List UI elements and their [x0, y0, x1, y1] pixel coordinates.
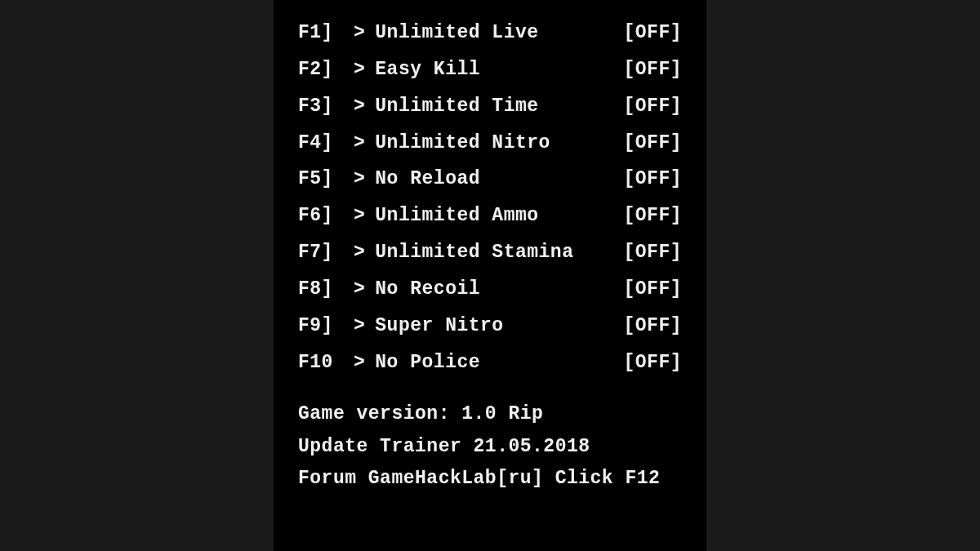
cheat-arrow: >	[354, 198, 365, 234]
cheat-state: [OFF]	[623, 198, 682, 234]
trainer-update-date: Update Trainer 21.05.2018	[298, 431, 682, 463]
cheat-arrow: >	[354, 161, 365, 198]
cheat-row[interactable]: F7] > Unlimited Stamina [OFF]	[298, 234, 682, 271]
footer-info: Game version: 1.0 Rip Update Trainer 21.…	[298, 398, 682, 494]
cheat-arrow: >	[354, 51, 365, 88]
cheat-label: Super Nitro	[375, 308, 623, 344]
cheat-key: F1]	[298, 15, 354, 51]
cheat-state: [OFF]	[623, 125, 682, 162]
cheat-arrow: >	[354, 344, 365, 381]
cheat-key: F10	[298, 344, 354, 381]
cheat-row[interactable]: F3] > Unlimited Time [OFF]	[298, 88, 682, 125]
cheat-arrow: >	[354, 125, 365, 162]
cheat-label: No Police	[375, 344, 623, 381]
trainer-panel: F1] > Unlimited Live [OFF] F2] > Easy Ki…	[274, 0, 706, 551]
cheat-state: [OFF]	[623, 15, 682, 51]
cheat-row[interactable]: F1] > Unlimited Live [OFF]	[298, 15, 682, 51]
cheat-row[interactable]: F6] > Unlimited Ammo [OFF]	[298, 198, 682, 234]
cheat-key: F7]	[298, 234, 354, 271]
cheat-label: Unlimited Stamina	[375, 234, 623, 271]
cheat-arrow: >	[354, 15, 365, 51]
cheat-key: F9]	[298, 308, 354, 344]
cheat-label: Unlimited Time	[375, 88, 623, 125]
cheat-state: [OFF]	[623, 88, 682, 125]
cheat-label: No Reload	[375, 161, 623, 198]
cheat-list: F1] > Unlimited Live [OFF] F2] > Easy Ki…	[298, 15, 682, 380]
cheat-state: [OFF]	[623, 51, 682, 88]
cheat-label: No Recoil	[375, 271, 623, 308]
cheat-label: Unlimited Ammo	[375, 198, 623, 234]
cheat-row[interactable]: F5] > No Reload [OFF]	[298, 161, 682, 198]
cheat-arrow: >	[354, 88, 365, 125]
cheat-arrow: >	[354, 271, 365, 308]
cheat-key: F8]	[298, 271, 354, 308]
cheat-state: [OFF]	[623, 161, 682, 198]
cheat-arrow: >	[354, 308, 365, 344]
cheat-row[interactable]: F10 > No Police [OFF]	[298, 344, 682, 381]
forum-link-hint[interactable]: Forum GameHackLab[ru] Click F12	[298, 463, 682, 495]
cheat-state: [OFF]	[623, 271, 682, 308]
cheat-arrow: >	[354, 234, 365, 271]
game-version: Game version: 1.0 Rip	[298, 398, 682, 430]
cheat-state: [OFF]	[623, 308, 682, 344]
cheat-key: F5]	[298, 161, 354, 198]
cheat-row[interactable]: F9] > Super Nitro [OFF]	[298, 308, 682, 344]
cheat-label: Unlimited Live	[375, 15, 623, 51]
cheat-key: F3]	[298, 88, 354, 125]
cheat-label: Unlimited Nitro	[375, 125, 623, 162]
cheat-row[interactable]: F8] > No Recoil [OFF]	[298, 271, 682, 308]
cheat-state: [OFF]	[623, 344, 682, 381]
cheat-row[interactable]: F2] > Easy Kill [OFF]	[298, 51, 682, 88]
cheat-key: F6]	[298, 198, 354, 234]
cheat-key: F4]	[298, 125, 354, 162]
cheat-key: F2]	[298, 51, 354, 88]
cheat-state: [OFF]	[623, 234, 682, 271]
cheat-row[interactable]: F4] > Unlimited Nitro [OFF]	[298, 125, 682, 162]
cheat-label: Easy Kill	[375, 51, 623, 88]
